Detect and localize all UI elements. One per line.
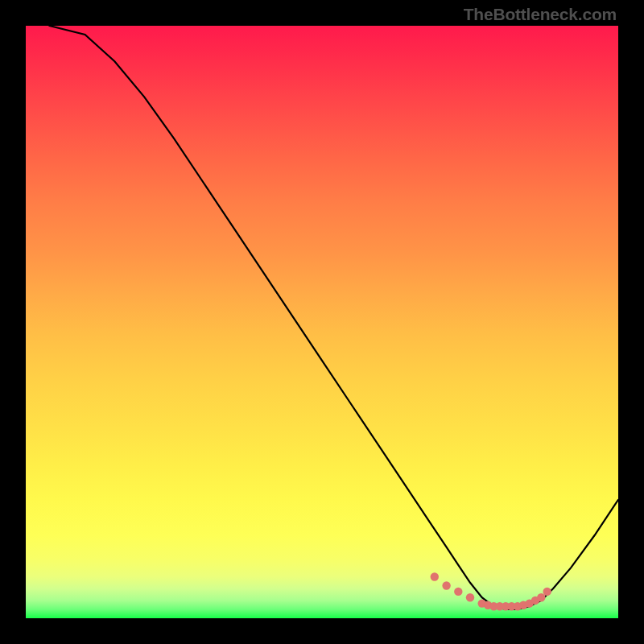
plot-area	[26, 26, 618, 618]
gradient-background	[26, 26, 618, 618]
chart-container: TheBottleneck.com	[0, 0, 644, 644]
attribution-text: TheBottleneck.com	[464, 5, 617, 24]
